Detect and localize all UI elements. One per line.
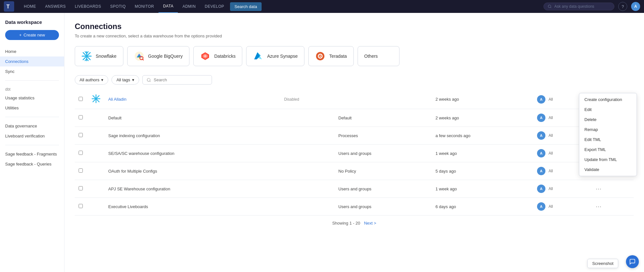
screenshot-button[interactable]: Screenshot bbox=[587, 259, 618, 268]
menu-item-remap[interactable]: Remap bbox=[579, 125, 637, 135]
connection-access: All bbox=[549, 169, 553, 173]
connection-card-databricks[interactable]: Databricks bbox=[193, 46, 242, 66]
sidebar-item-home[interactable]: Home bbox=[0, 46, 64, 56]
svg-point-2 bbox=[548, 5, 551, 7]
all-authors-label: All authors bbox=[80, 77, 99, 82]
connection-name[interactable]: Ali Alladin bbox=[108, 97, 126, 102]
connections-table: Ali Alladin Disabled 2 weeks ago A All ⋯… bbox=[75, 90, 634, 216]
ask-data-input[interactable] bbox=[554, 4, 610, 9]
help-button[interactable]: ? bbox=[618, 2, 627, 11]
sidebar-item-connections[interactable]: Connections bbox=[0, 56, 64, 66]
row-checkbox[interactable] bbox=[79, 115, 83, 119]
menu-item-delete[interactable]: Delete bbox=[579, 115, 637, 125]
nav-item-spotiq[interactable]: SPOTIQ bbox=[106, 0, 130, 13]
table-search-input[interactable] bbox=[154, 77, 208, 82]
sidebar-divider-2 bbox=[5, 117, 59, 117]
connection-modified: 2 weeks ago bbox=[432, 90, 533, 109]
row-checkbox[interactable] bbox=[79, 151, 83, 155]
tags-chevron-icon: ▾ bbox=[132, 77, 134, 82]
row-checkbox[interactable] bbox=[79, 186, 83, 190]
page-subtitle: To create a new connection, select a dat… bbox=[75, 34, 634, 38]
connection-name: Sage indexing configuration bbox=[108, 133, 160, 138]
connection-card-bigquery[interactable]: Google BigQuery bbox=[127, 46, 189, 66]
sidebar-item-utilities[interactable]: Utilities bbox=[0, 103, 64, 113]
menu-item-create-config[interactable]: Create configuration bbox=[579, 95, 637, 105]
top-nav: T HOME ANSWERS LIVEBOARDS SPOTIQ MONITOR… bbox=[0, 0, 644, 13]
databricks-label: Databricks bbox=[214, 54, 235, 59]
row-checkbox[interactable] bbox=[79, 168, 83, 173]
connection-policy: Processes bbox=[334, 127, 432, 145]
sidebar: Data workspace + Create new Home Connect… bbox=[0, 13, 64, 272]
nav-item-home[interactable]: HOME bbox=[19, 0, 41, 13]
nav-item-admin[interactable]: ADMIN bbox=[178, 0, 200, 13]
menu-item-validate[interactable]: Validate bbox=[579, 165, 637, 175]
table-search-icon bbox=[147, 78, 151, 82]
connection-card-others[interactable]: Others bbox=[358, 46, 399, 66]
azure-icon bbox=[253, 51, 263, 61]
all-authors-filter[interactable]: All authors ▾ bbox=[75, 75, 108, 85]
search-data-button[interactable]: Search data bbox=[230, 2, 262, 11]
ask-data-search[interactable] bbox=[543, 3, 614, 10]
sidebar-divider-1 bbox=[5, 80, 59, 81]
nav-item-answers[interactable]: ANSWERS bbox=[41, 0, 70, 13]
connection-access: All bbox=[549, 151, 553, 156]
connection-card-azure[interactable]: Azure Synapse bbox=[246, 46, 304, 66]
svg-line-24 bbox=[150, 81, 151, 82]
nav-item-develop[interactable]: DEVELOP bbox=[200, 0, 229, 13]
connection-modified: 2 weeks ago bbox=[432, 109, 533, 127]
sidebar-item-sage-fragments[interactable]: Sage feedback - Fragments bbox=[0, 149, 64, 159]
page-title: Connections bbox=[75, 22, 634, 31]
connection-card-snowflake[interactable]: Snowflake bbox=[75, 46, 123, 66]
sidebar-item-sage-queries[interactable]: Sage feedback - Queries bbox=[0, 159, 64, 169]
more-options-button[interactable]: ⋯ bbox=[593, 202, 604, 211]
context-menu: Create configuration Edit Delete Remap E… bbox=[579, 93, 637, 176]
menu-item-edit[interactable]: Edit bbox=[579, 105, 637, 115]
user-avatar[interactable]: A bbox=[631, 2, 640, 11]
pagination-label: Showing 1 - 20 bbox=[332, 221, 360, 226]
connection-modified: 6 days ago bbox=[432, 198, 533, 216]
sidebar-item-sync[interactable]: Sync bbox=[0, 66, 64, 76]
row-checkbox[interactable] bbox=[79, 204, 83, 208]
connection-name: Default bbox=[108, 116, 121, 120]
table-row: Ali Alladin Disabled 2 weeks ago A All ⋯… bbox=[75, 90, 634, 109]
connection-avatar: A bbox=[537, 131, 545, 140]
app-layout: Data workspace + Create new Home Connect… bbox=[0, 13, 644, 272]
menu-item-export-tml[interactable]: Export TML bbox=[579, 145, 637, 155]
nav-item-monitor[interactable]: MONITOR bbox=[130, 0, 159, 13]
nav-right: ? A bbox=[543, 2, 640, 11]
connection-modified: 1 week ago bbox=[432, 180, 533, 198]
sidebar-item-liveboard-verification[interactable]: Liveboard verification bbox=[0, 131, 64, 141]
connection-type-cards: Snowflake Google BigQuery bbox=[75, 46, 634, 66]
filter-row: All authors ▾ All tags ▾ bbox=[75, 75, 634, 85]
connection-policy: Users and groups bbox=[334, 198, 432, 216]
connection-avatar: A bbox=[537, 149, 545, 157]
menu-item-edit-tml[interactable]: Edit TML bbox=[579, 135, 637, 145]
authors-chevron-icon: ▾ bbox=[101, 77, 103, 82]
svg-line-14 bbox=[142, 59, 143, 60]
table-row: APJ SE Warehouse configuration Users and… bbox=[75, 180, 634, 198]
svg-point-22 bbox=[320, 55, 321, 57]
table-row: OAuth for Multiple Configs No Policy 5 d… bbox=[75, 162, 634, 180]
nav-item-liveboards[interactable]: LIVEBOARDS bbox=[70, 0, 106, 13]
row-checkbox[interactable] bbox=[79, 97, 83, 101]
sidebar-item-data-governance[interactable]: Data governance bbox=[0, 121, 64, 131]
connection-card-teradata[interactable]: Teradata bbox=[308, 46, 353, 66]
pagination-next[interactable]: Next > bbox=[364, 221, 376, 226]
all-tags-filter[interactable]: All tags ▾ bbox=[111, 75, 139, 85]
row-checkbox[interactable] bbox=[79, 133, 83, 137]
connection-modified: a few seconds ago bbox=[432, 127, 533, 145]
create-new-button[interactable]: + Create new bbox=[5, 30, 59, 40]
nav-item-data[interactable]: DATA bbox=[159, 0, 178, 13]
app-logo[interactable]: T bbox=[4, 1, 14, 12]
all-tags-label: All tags bbox=[116, 77, 130, 82]
more-options-button[interactable]: ⋯ bbox=[593, 185, 604, 193]
connection-status: Disabled bbox=[284, 97, 299, 102]
sidebar-item-usage-statistics[interactable]: Usage statistics bbox=[0, 93, 64, 103]
table-search-box[interactable] bbox=[142, 75, 212, 85]
live-chat-button[interactable] bbox=[626, 255, 639, 268]
connection-name: APJ SE Warehouse configuration bbox=[108, 186, 170, 191]
connection-access: All bbox=[549, 133, 553, 138]
menu-item-update-from-tml[interactable]: Update from TML bbox=[579, 155, 637, 165]
azure-label: Azure Synapse bbox=[267, 54, 298, 59]
snowflake-row-icon bbox=[91, 94, 101, 103]
